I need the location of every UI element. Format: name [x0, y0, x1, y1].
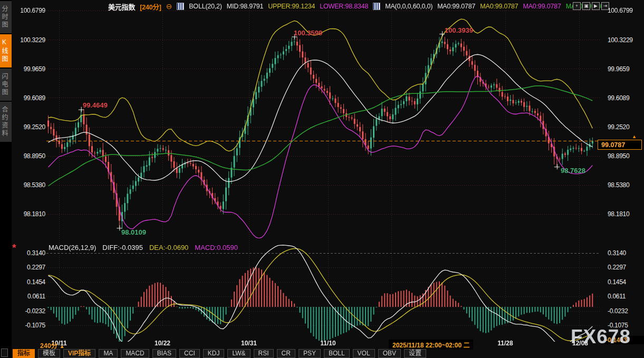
boll-mid-value: MID:98.9791 — [227, 3, 263, 10]
price-axis-right-tick: 98.1810 — [608, 210, 629, 218]
candlestick-chart-canvas[interactable] — [46, 6, 600, 342]
toolbar-button-CCI[interactable]: CCI — [179, 349, 200, 358]
mini-chart-icon[interactable] — [177, 3, 184, 10]
symbol-name: 美元指数 — [108, 2, 135, 12]
price-axis-right-tick: 99.9659 — [608, 65, 629, 73]
toolbar-button-CR[interactable]: CR — [277, 349, 295, 358]
price-axis-right-tick: 98.5380 — [608, 181, 629, 189]
ma-label: MA(0,0,0,60,0,0) — [385, 3, 432, 10]
window-controls: +▣▶⇥ — [573, 2, 609, 10]
macd-axis-right-tick: 0.0611 — [608, 293, 626, 300]
price-axis-left-tick: 99.6089 — [15, 94, 45, 102]
macd-axis-left-tick: 0.2297 — [15, 264, 45, 271]
macd-dea-value: DEA:-0.0690 — [149, 244, 188, 251]
price-axis-left-tick: 98.8950 — [15, 152, 45, 160]
toolbar-button-RSI[interactable]: RSI — [254, 349, 274, 358]
play-forward-icon[interactable]: ▶ — [592, 2, 600, 10]
ma0-white-value: MA0:99.0787 — [437, 3, 475, 10]
toolbar-button-MACD[interactable]: MACD — [121, 349, 149, 358]
toolbar-button-BOLL[interactable]: BOLL — [324, 349, 350, 358]
macd-axis-left-tick: -0.1075 — [15, 322, 45, 329]
indicator-toolbar: 指标模板VIP指标MAMACDBIASCCIKDJLW&RSICRPSYBOLL… — [13, 349, 644, 358]
macd-title: MACD(26,12,9) — [49, 244, 96, 251]
boll-upper-value: UPPER:99.1234 — [268, 3, 315, 10]
toolbar-button-VOL[interactable]: VOL — [353, 349, 375, 358]
price-axis-left-tick: 98.5380 — [15, 181, 45, 189]
sidebar-tab-闪电图[interactable]: 闪电图 — [0, 69, 12, 101]
x-axis-date-label: 11/10 — [320, 340, 335, 347]
x-axis-date-label: 10/22 — [155, 340, 170, 347]
trading-terminal: 分时图K线图闪电图合约资料 美元指数 [240分] ⊖ BOLL(20,2) M… — [0, 0, 644, 358]
toolbar-button-PSY[interactable]: PSY — [299, 349, 321, 358]
toolbar-button-LW&[interactable]: LW& — [227, 349, 250, 358]
toolbar-button-指标[interactable]: 指标 — [13, 349, 35, 358]
price-axis-left-tick: 98.1810 — [15, 210, 45, 218]
pan-icon[interactable]: + — [573, 2, 581, 10]
macd-axis-right-tick: 0.1454 — [608, 278, 626, 286]
price-low-annotation: 98.0109 — [121, 228, 146, 236]
sidebar-tab-合约资料[interactable]: 合约资料 — [0, 102, 12, 142]
toolbar-button-设置[interactable]: 设置 — [404, 349, 426, 358]
price-axis-left-tick: 99.9659 — [15, 65, 45, 73]
macd-axis-right-tick: 0.2297 — [608, 264, 626, 271]
macd-axis-right-tick: -0.0232 — [608, 307, 628, 315]
current-price-tag: 99.0787 — [598, 140, 642, 150]
price-axis-left-tick: 100.6799 — [15, 7, 45, 14]
price-high-annotation: 99.4649 — [83, 101, 108, 109]
macd-axis-left-tick: 0.0611 — [15, 293, 45, 300]
price-axis-left-tick: 99.2520 — [15, 123, 45, 131]
x-axis-date-label: 10/31 — [241, 340, 257, 347]
price-axis-left-tick: 100.3229 — [15, 36, 45, 44]
x-axis-date-label: 12/08 — [572, 340, 588, 347]
macd-axis-right-tick: 0.3140 — [608, 249, 626, 257]
macd-pane-icon[interactable]: * — [12, 242, 16, 254]
ma0-magenta-value: MA0:99.0787 — [523, 3, 561, 10]
price-axis-right-tick: 98.8950 — [608, 152, 629, 160]
chart-type-sidebar: 分时图K线图闪电图合约资料 — [0, 0, 12, 358]
price-low-annotation: 98.7628 — [561, 167, 585, 175]
fit-width-icon[interactable]: ▣ — [582, 2, 590, 10]
mini-chart-icon[interactable] — [373, 3, 380, 10]
toolbar-button-OBV[interactable]: OBV — [378, 349, 401, 358]
macd-axis-left-tick: 0.1454 — [15, 278, 45, 286]
sidebar-footer-box[interactable] — [1, 349, 8, 357]
x-axis-date-label: 11/28 — [497, 340, 513, 347]
ma0-yellow-value: MA0:99.0787 — [480, 3, 518, 10]
macd-axis-left-tick: 0.3140 — [15, 249, 45, 257]
price-high-annotation: 100.3599 — [294, 29, 322, 37]
toolbar-button-BIAS[interactable]: BIAS — [152, 349, 176, 358]
macd-axis-left-tick: -0.0232 — [15, 307, 45, 315]
boll-label: BOLL(20,2) — [189, 3, 222, 10]
boll-lower-value: LOWER:98.8348 — [320, 3, 368, 10]
price-axis-right-tick: 100.6799 — [608, 7, 633, 14]
toolbar-button-VIP指标[interactable]: VIP指标 — [63, 349, 95, 358]
toolbar-button-模板[interactable]: 模板 — [38, 349, 60, 358]
circled-minus-icon[interactable]: ⊖ — [166, 2, 172, 11]
macd-diff-value: DIFF:-0.0395 — [102, 244, 143, 251]
period-label: [240分] — [140, 2, 161, 12]
price-axis-right-tick: 99.6089 — [608, 94, 629, 102]
sidebar-tab-分时图[interactable]: 分时图 — [0, 1, 12, 33]
price-high-annotation: 100.3939 — [445, 26, 473, 34]
price-axis-right-tick: 100.3229 — [608, 36, 633, 44]
macd-axis-right-tick: -0.1075 — [608, 322, 628, 329]
indicator-header: 美元指数 [240分] ⊖ BOLL(20,2) MID:98.9791 UPP… — [108, 2, 608, 11]
macd-crosshair-value: -0.1403 — [604, 336, 644, 344]
toolbar-button-KDJ[interactable]: KDJ — [203, 349, 225, 358]
sidebar-tab-K线图[interactable]: K线图 — [0, 34, 12, 67]
macd-header: MACD(26,12,9) DIFF:-0.0395 DEA:-0.0690 M… — [49, 244, 238, 251]
price-up-arrow-icon: ▲ — [632, 134, 637, 139]
macd-macd-value: MACD:0.0590 — [195, 244, 238, 251]
price-axis-right-tick: 99.2520 — [608, 123, 629, 131]
toolbar-button-MA[interactable]: MA — [99, 349, 118, 358]
